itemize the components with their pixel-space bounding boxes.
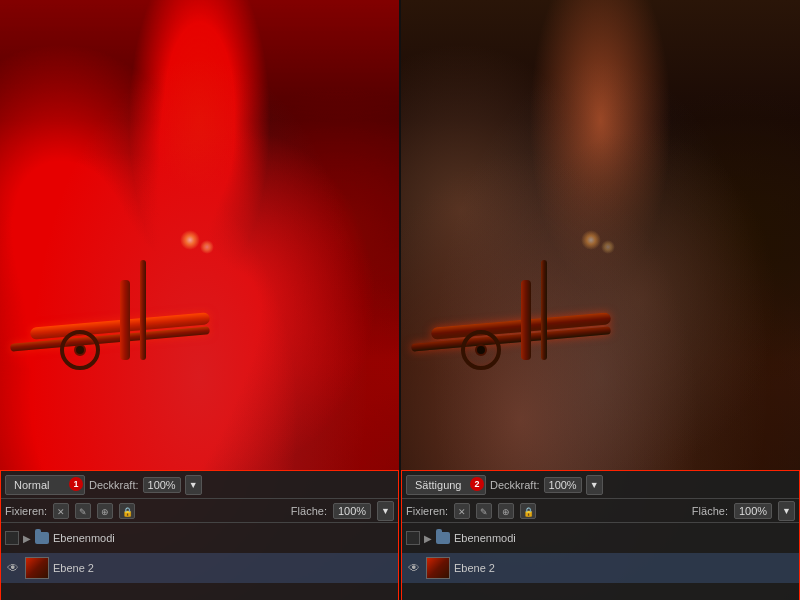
right-area-arrow[interactable]: ▼: [778, 501, 795, 521]
right-layer2-thumb-inner: [427, 558, 449, 578]
left-layer-group[interactable]: ▶ Ebenenmodi: [1, 523, 398, 553]
right-folder-icon: [436, 532, 450, 544]
right-layer-group-visibility[interactable]: [406, 531, 420, 545]
left-blend-mode-container: Normal Sättigung 1: [5, 475, 85, 495]
left-area-arrow[interactable]: ▼: [377, 501, 394, 521]
right-group-arrow: ▶: [424, 533, 432, 544]
right-fix-icon-3[interactable]: ⊕: [498, 503, 514, 519]
right-machinery: [401, 0, 800, 470]
right-fix-label: Fixieren:: [406, 505, 448, 517]
left-opacity-arrow[interactable]: ▼: [185, 475, 202, 495]
right-panel: Sättigung Normal 2 Deckkraft: 100% ▼ Fix…: [401, 0, 800, 600]
right-fix-row: Fixieren: ✕ ✎ ⊕ 🔒 Fläche: 100% ▼: [402, 499, 799, 523]
right-blend-mode-container: Sättigung Normal 2: [406, 475, 486, 495]
left-area-value: 100%: [333, 503, 371, 519]
left-layer2-name: Ebene 2: [53, 562, 94, 574]
left-layer2-eye[interactable]: 👁: [5, 560, 21, 576]
left-opacity-label: Deckkraft:: [89, 479, 139, 491]
left-opacity-value: 100%: [143, 477, 181, 493]
left-layer-group-name: Ebenenmodi: [53, 532, 115, 544]
right-blend-row: Sättigung Normal 2 Deckkraft: 100% ▼: [402, 471, 799, 499]
left-fix-icon-1[interactable]: ✕: [53, 503, 69, 519]
right-layer2[interactable]: 👁 Ebene 2: [402, 553, 799, 583]
right-opacity-value: 100%: [544, 477, 582, 493]
main-container: Normal Sättigung 1 Deckkraft: 100% ▼ Fix…: [0, 0, 800, 600]
right-opacity-label: Deckkraft:: [490, 479, 540, 491]
left-layer-group-visibility[interactable]: [5, 531, 19, 545]
left-layer2-thumb: [25, 557, 49, 579]
left-fix-icon-4[interactable]: 🔒: [119, 503, 135, 519]
left-folder-icon: [35, 532, 49, 544]
left-fix-label: Fixieren:: [5, 505, 47, 517]
left-badge: 1: [69, 477, 83, 491]
left-machinery: [0, 0, 399, 470]
right-layer2-eye[interactable]: 👁: [406, 560, 422, 576]
right-area-value: 100%: [734, 503, 772, 519]
left-blend-row: Normal Sättigung 1 Deckkraft: 100% ▼: [1, 471, 398, 499]
left-layer2-thumb-inner: [26, 558, 48, 578]
right-fix-icon-1[interactable]: ✕: [454, 503, 470, 519]
right-fix-icon-2[interactable]: ✎: [476, 503, 492, 519]
left-group-arrow: ▶: [23, 533, 31, 544]
right-badge: 2: [470, 477, 484, 491]
right-layer2-name: Ebene 2: [454, 562, 495, 574]
left-area-label: Fläche:: [291, 505, 327, 517]
left-layers-panel: Normal Sättigung 1 Deckkraft: 100% ▼ Fix…: [0, 470, 399, 600]
right-opacity-arrow[interactable]: ▼: [586, 475, 603, 495]
right-layer-group-name: Ebenenmodi: [454, 532, 516, 544]
left-fix-icon-3[interactable]: ⊕: [97, 503, 113, 519]
right-fix-icon-4[interactable]: 🔒: [520, 503, 536, 519]
left-fix-icon-2[interactable]: ✎: [75, 503, 91, 519]
right-layer-group[interactable]: ▶ Ebenenmodi: [402, 523, 799, 553]
left-layer2[interactable]: 👁 Ebene 2: [1, 553, 398, 583]
right-layer2-thumb: [426, 557, 450, 579]
right-area-label: Fläche:: [692, 505, 728, 517]
left-panel: Normal Sättigung 1 Deckkraft: 100% ▼ Fix…: [0, 0, 399, 600]
left-fix-row: Fixieren: ✕ ✎ ⊕ 🔒 Fläche: 100% ▼: [1, 499, 398, 523]
right-layers-panel: Sättigung Normal 2 Deckkraft: 100% ▼ Fix…: [401, 470, 800, 600]
